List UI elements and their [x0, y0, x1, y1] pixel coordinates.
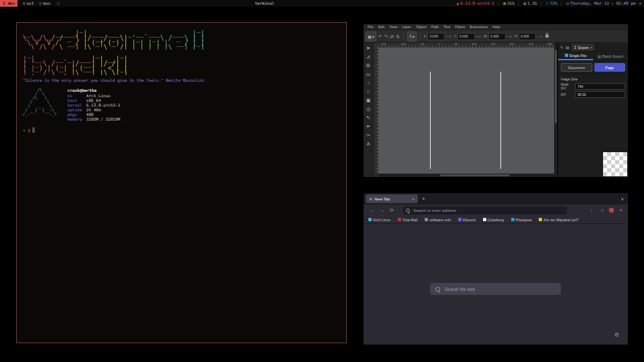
layers-icon[interactable]: ▤: [566, 44, 570, 51]
new-tab-button[interactable]: +: [422, 196, 425, 202]
forward-button[interactable]: →: [380, 208, 384, 213]
bookmark-item[interactable]: Photopea: [511, 218, 532, 222]
bookmark-item[interactable]: Codeberg: [483, 218, 504, 222]
menu-item[interactable]: Path: [429, 24, 441, 29]
star-tool[interactable]: ☆: [364, 87, 373, 96]
node-tool[interactable]: ⊿: [364, 52, 373, 61]
menu-item[interactable]: File: [366, 24, 376, 29]
rotate-ccw-icon[interactable]: ↶: [378, 32, 382, 41]
page-button[interactable]: Page: [594, 63, 626, 72]
spinbox-input[interactable]: [519, 33, 536, 40]
tag-mux[interactable]: ◫mux: [40, 0, 50, 7]
list-tabs-chevron-icon[interactable]: ∨: [621, 196, 624, 201]
pen-tool[interactable]: ✒: [364, 122, 373, 131]
increment-button[interactable]: +: [540, 34, 543, 38]
increment-button[interactable]: +: [510, 34, 513, 38]
bookmark-item[interactable]: Tuta Mail: [398, 218, 417, 222]
inkscape-canvas[interactable]: [378, 48, 554, 174]
fetch-label: memory: [68, 117, 87, 121]
menu-item[interactable]: Text: [441, 24, 452, 29]
decrement-button[interactable]: −: [476, 34, 478, 38]
flip-horizontal-icon[interactable]: ⇄: [390, 32, 394, 41]
scrollbar-thumb[interactable]: [555, 50, 557, 123]
decrement-button[interactable]: −: [537, 34, 539, 38]
increment-button[interactable]: +: [478, 34, 481, 38]
pencil-tool[interactable]: ✎: [364, 113, 373, 122]
status-modules: ▲6.13.8-arch3-1 ▤31G ▥1.3G ♪72% ◷Thursda…: [456, 0, 644, 7]
width-input[interactable]: [575, 83, 625, 90]
horizontal-scrollbar[interactable]: [378, 174, 554, 177]
close-icon[interactable]: ×: [590, 46, 593, 50]
export-dialog-tab[interactable]: ↥ Export ×: [572, 44, 594, 51]
spiral-tool[interactable]: ◎: [364, 105, 373, 113]
decrement-button[interactable]: −: [445, 34, 448, 38]
inkscape-toolbox: ➤ ⊿ ⊞ ▭ ○ ☆ ▣ ◎ ✎ ✒ ✑ A: [364, 43, 374, 177]
bookmark-item[interactable]: software refs: [425, 218, 450, 222]
decrement-button[interactable]: −: [506, 34, 509, 38]
fetch-row: uptime2h 46m: [68, 107, 121, 112]
vertical-ruler: [374, 48, 378, 174]
bookmark-item[interactable]: Discord: [458, 218, 476, 222]
tray-icon[interactable]: ▪: [639, 0, 641, 7]
scrollbar-thumb[interactable]: [440, 174, 511, 176]
web-search-bar[interactable]: [430, 283, 561, 295]
z-order-dropdown[interactable]: ≡▾: [407, 32, 417, 42]
selection-options-dropdown[interactable]: ▦▾: [366, 32, 376, 42]
menu-icon[interactable]: ≡: [619, 208, 622, 213]
shell-prompt[interactable]: ~❯: [23, 127, 346, 133]
home-icon[interactable]: ⌂: [601, 208, 604, 213]
bookmark-favicon: [458, 218, 462, 221]
menu-item[interactable]: View: [387, 24, 399, 29]
bookmark-favicon: [398, 218, 401, 221]
shape-builder-tool[interactable]: ⊞: [364, 61, 373, 70]
close-tab-icon[interactable]: ×: [412, 197, 415, 201]
rectangle-tool[interactable]: ▭: [364, 70, 373, 78]
menu-item[interactable]: Edit: [376, 24, 386, 29]
text-tool[interactable]: A: [364, 139, 373, 148]
menu-item[interactable]: Object: [414, 24, 429, 29]
spinbox-input[interactable]: [488, 33, 506, 40]
menu-item[interactable]: Filters: [453, 24, 467, 29]
calligraphy-tool[interactable]: ✑: [364, 131, 373, 139]
terminal-window[interactable]: _ _ __ _____| | ___ ___ _ __ ___ ___ | |…: [16, 22, 347, 343]
coordinate-spinbox: X: −+: [424, 33, 451, 40]
selector-tool[interactable]: ➤: [364, 44, 373, 52]
menu-item[interactable]: Layer: [400, 24, 413, 29]
tab-single-file[interactable]: Single File: [558, 52, 593, 60]
tag-ust[interactable]: ⚙ust: [23, 0, 34, 7]
downloads-icon[interactable]: ↓: [590, 208, 593, 213]
workspace-indicator[interactable]: 1 dev: [0, 0, 17, 7]
volume-status[interactable]: ♪72%: [537, 0, 557, 7]
reload-button[interactable]: ⟳: [390, 208, 394, 213]
dpi-input[interactable]: [575, 91, 625, 98]
rotate-cw-icon[interactable]: ↷: [384, 32, 388, 41]
ruler-corner: [374, 43, 378, 48]
web-search-input[interactable]: [443, 286, 555, 292]
ellipse-tool[interactable]: ○: [364, 78, 373, 87]
box3d-tool[interactable]: ▣: [364, 96, 373, 105]
increment-button[interactable]: +: [449, 34, 451, 38]
pencil-icon[interactable]: ✎: [560, 44, 564, 51]
ublock-extension-icon[interactable]: [609, 208, 614, 213]
canvas-area[interactable]: -150 -100 -50 0 50 100 150 200 250 300: [374, 43, 554, 177]
flip-vertical-icon[interactable]: ⇅: [396, 32, 400, 41]
personalize-gear-icon[interactable]: ⚙: [614, 332, 619, 338]
menu-item[interactable]: Help: [490, 24, 502, 29]
spinbox-input[interactable]: [427, 33, 445, 40]
menu-item[interactable]: Extensions: [468, 24, 490, 29]
browser-window[interactable]: ⊕ New Tab × + ∨ ← → ⟳ ↓ ⌂ ≡ Arch Linux T…: [364, 193, 628, 345]
address-bar[interactable]: [403, 206, 567, 215]
active-tab[interactable]: ⊕ New Tab ×: [366, 194, 418, 203]
lock-ratio-icon[interactable]: [545, 35, 549, 38]
tab-batch-export[interactable]: ▤Batch Export: [593, 52, 628, 60]
globe-icon: ⊕: [369, 196, 372, 201]
guide-line[interactable]: [500, 72, 501, 169]
address-input[interactable]: [412, 208, 564, 213]
inkscape-window[interactable]: File Edit View Layer Object Path Text Fi…: [364, 24, 628, 177]
spinbox-input[interactable]: [458, 33, 475, 40]
bookmark-item[interactable]: Are we Wayland yet?: [539, 218, 578, 222]
bookmark-item[interactable]: Arch Linux: [368, 218, 390, 222]
back-button[interactable]: ←: [370, 208, 374, 213]
guide-line[interactable]: [430, 72, 431, 169]
document-button[interactable]: Document: [561, 63, 592, 72]
